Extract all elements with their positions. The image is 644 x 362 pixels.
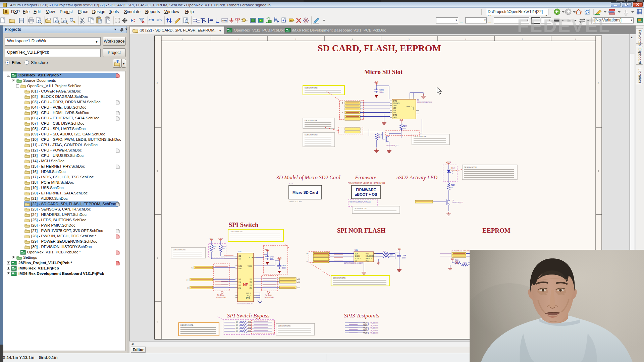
svg-text:8: 8	[575, 38, 576, 40]
svg-text:CLK: CLK	[393, 110, 396, 111]
svg-text:SD CARD, FLASH, EEPROM: SD CARD, FLASH, EEPROM	[318, 43, 441, 53]
svg-text:»10: »10	[297, 281, 300, 283]
svg-text:C: C	[157, 257, 158, 259]
svg-text:10K: 10K	[222, 248, 225, 249]
svg-text:1A2: 1A2	[238, 281, 241, 283]
svg-text:6: 6	[307, 260, 308, 262]
svg-text:TP_15MILC: TP_15MILC	[370, 322, 379, 324]
svg-text:VDD: VDD	[393, 107, 396, 109]
svg-text:TP_15MILC: TP_15MILC	[370, 330, 379, 331]
svg-text:100n: 100n	[379, 91, 383, 93]
svg-text:DIR1: DIR1	[238, 265, 242, 267]
svg-text:1: 1	[182, 38, 183, 40]
svg-text:R164: R164	[463, 262, 467, 264]
svg-text:VSS: VSS	[393, 112, 396, 114]
svg-text:DM7002BKW_F13: DM7002BKW_F13	[386, 145, 398, 146]
svg-text:DESIGN NOTE:: DESIGN NOTE:	[278, 325, 291, 327]
svg-text:DAT2: DAT2	[393, 100, 397, 102]
svg-text:DESIGN NOTE:: DESIGN NOTE:	[354, 207, 367, 209]
svg-text:/OE: /OE	[238, 258, 241, 260]
svg-text:100n: 100n	[402, 257, 406, 259]
svg-text:10K: 10K	[390, 254, 393, 256]
svg-text:+3V3: +3V3	[396, 248, 401, 250]
svg-text:+3V3: +3V3	[209, 238, 214, 240]
svg-text:»10: »10	[297, 278, 300, 280]
svg-text:TP_15MILC: TP_15MILC	[370, 327, 379, 329]
svg-text:OpenRex_uBOOT_V1I1_C1: OpenRex_uBOOT_V1I1_C1	[350, 201, 371, 203]
svg-text:14: 14	[186, 279, 189, 281]
svg-text:+3V3: +3V3	[446, 161, 451, 163]
svg-text:uBOOT + OS: uBOOT + OS	[355, 192, 377, 196]
svg-text:D>: D>	[290, 19, 294, 22]
svg-text:DESIGN NOTE:: DESIGN NOTE:	[230, 231, 243, 233]
svg-text:Micro SD Card: Micro SD Card	[289, 200, 302, 202]
svg-text:3: 3	[295, 38, 296, 40]
svg-text:8: 8	[187, 287, 189, 289]
svg-text:GND_2: GND_2	[246, 295, 251, 297]
svg-text:U31: U31	[355, 249, 358, 251]
svg-text:SCK: SCK	[355, 253, 358, 255]
svg-text:100n: 100n	[282, 267, 286, 269]
svg-text:R439: R439	[378, 134, 382, 136]
svg-text:SI/SIO0: SI/SIO0	[355, 255, 360, 257]
svg-text:4: 4	[307, 252, 308, 254]
svg-text:6: 6	[192, 267, 193, 269]
svg-text:CD/DAT3: CD/DAT3	[393, 103, 399, 104]
svg-text:+3V3: +3V3	[265, 248, 270, 250]
svg-text:/OE: /OE	[238, 255, 241, 257]
svg-text:6: 6	[342, 102, 343, 104]
svg-text:DESIGN NOTE:: DESIGN NOTE:	[305, 134, 318, 136]
svg-text:1A1: 1A1	[238, 279, 241, 280]
svg-text:GND_1: GND_1	[246, 293, 251, 294]
svg-text:TP24: TP24	[363, 322, 367, 324]
svg-text:TP27: TP27	[363, 329, 367, 331]
svg-text:TP_15MILC: TP_15MILC	[370, 332, 379, 334]
svg-text:TP_15MILC: TP_15MILC	[370, 325, 379, 326]
svg-text:R359: R359	[213, 246, 216, 247]
svg-text:»10: »10	[297, 287, 300, 289]
svg-text:2B1: 2B1	[250, 285, 253, 286]
svg-text:SPI Switch Bypass: SPI Switch Bypass	[227, 312, 270, 319]
svg-text:DAT1: DAT1	[393, 117, 397, 118]
svg-text:VCCB: VCCB	[248, 265, 252, 267]
svg-text:+3V3: +3V3	[374, 81, 379, 83]
svg-text:10K: 10K	[403, 127, 406, 129]
svg-text:HOLD/SIO3: HOLD/SIO3	[366, 255, 374, 257]
svg-text:SST25VF016B-50-4C-S2AF: SST25VF016B-50-4C-S2AF	[344, 262, 363, 264]
svg-text:DAT0: DAT0	[393, 114, 397, 116]
svg-text:100n: 100n	[270, 258, 274, 260]
svg-text:+3V3: +3V3	[449, 258, 454, 260]
svg-text:DESIGN NOTE:: DESIGN NOTE:	[333, 277, 346, 279]
svg-text:C408: C408	[282, 264, 286, 266]
svg-text:7: 7	[522, 38, 523, 40]
svg-text:CR1: CR1	[289, 183, 293, 185]
svg-text:DESIGN NOTE:: DESIGN NOTE:	[305, 119, 318, 121]
svg-text:C296: C296	[379, 89, 384, 91]
svg-text:1B1: 1B1	[250, 279, 253, 280]
svg-text:SN74AVC4T245RGYR: SN74AVC4T245RGYR	[237, 303, 253, 305]
svg-text:MICROSD6P65MM: MICROSD6P65MM	[417, 101, 432, 103]
svg-text:DESIGN NOTE:: DESIGN NOTE:	[305, 87, 318, 89]
svg-text:6: 6	[465, 38, 466, 40]
svg-text:C407: C407	[270, 256, 274, 258]
svg-text:1K: 1K	[451, 186, 453, 188]
svg-text:A: A	[598, 82, 599, 84]
svg-text:TP25: TP25	[363, 324, 367, 326]
svg-text:VCCA: VCCA	[249, 257, 253, 258]
svg-text:Firmware: Firmware	[355, 175, 376, 180]
svg-text:WP/SIO2: WP/SIO2	[366, 258, 372, 259]
svg-text:2A2: 2A2	[238, 287, 241, 289]
svg-text:B: B	[157, 170, 158, 172]
svg-text:1B2: 1B2	[250, 281, 253, 283]
svg-text:Micro SD Slot: Micro SD Slot	[364, 68, 403, 75]
svg-text:A: A	[157, 82, 158, 84]
svg-text:2N7002DW_F13: 2N7002DW_F13	[452, 202, 463, 203]
svg-text:FIRMWARE: FIRMWARE	[356, 188, 376, 192]
svg-text:TP26: TP26	[363, 327, 367, 329]
svg-text:EEPROM: EEPROM	[482, 227, 510, 234]
svg-text:EPAD: EPAD	[246, 297, 250, 299]
svg-text:Micro SD Card: Micro SD Card	[292, 190, 318, 194]
svg-text:0R: 0R	[236, 324, 238, 326]
svg-text:R160: R160	[455, 259, 459, 261]
svg-text:No Clean: No Clean	[265, 294, 272, 296]
